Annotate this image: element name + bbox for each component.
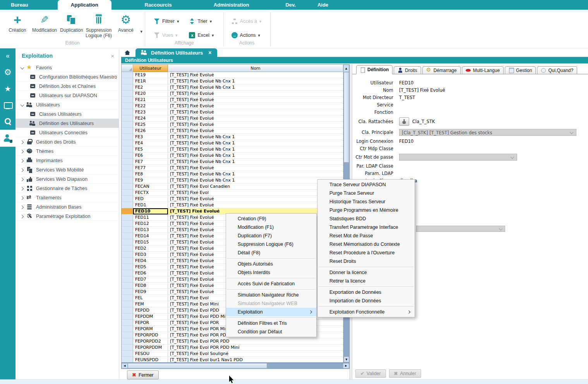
rail-item[interactable] [0,65,15,81]
row-selector[interactable] [122,283,133,289]
submenu-item[interactable]: Exportation de Données [318,288,415,297]
tree-item[interactable]: Favoris [15,63,119,72]
cell-utilisateur[interactable]: FE22 [133,103,168,109]
submenu-item[interactable]: Historique Traces Serveur [318,197,415,206]
cell-utilisateur[interactable]: FE25 [133,122,168,128]
row-selector[interactable] [122,214,133,221]
menubar-item[interactable]: Raccourcis [134,0,183,10]
row-selector[interactable] [122,177,133,183]
cell-nom[interactable]: [T_TEST] Fixé Evolué Nb Cnx 1 [168,153,343,159]
panel-tab[interactable]: Démarrage [422,66,461,74]
context-menu-item[interactable]: Détail (F8) [226,249,316,257]
cell-nom[interactable]: [T_TEST] Fixé Evolué [168,109,343,115]
cell-nom[interactable]: [T_TEST] Fixé Evolué Nb Cnx 1 [168,134,343,140]
cell-nom[interactable]: [T_TEST] Fixé Evolué [168,122,343,128]
context-menu-item[interactable]: Accès Suivi de Fabrication [226,279,316,288]
cell-utilisateur[interactable]: FED6 [133,270,168,276]
home-tab[interactable] [121,48,134,57]
cell-nom[interactable]: [T_TEST] Fixé Evol bur1 Nav1 PDD [168,357,343,362]
cell-utilisateur[interactable]: FED4 [133,258,168,264]
submenu-item[interactable]: Trace Serveur DIAPASON [318,180,415,189]
rail-item[interactable] [0,97,15,113]
submenu-item[interactable]: Importation de Données [318,297,415,305]
cell-utilisateur[interactable]: FE4 [133,140,168,146]
cell-utilisateur[interactable]: FE3 [133,134,168,140]
panel-tab[interactable]: Définition [356,65,393,74]
form-value[interactable]: T_TEST [399,95,415,100]
row-selector[interactable] [122,252,133,258]
submenu-item[interactable]: Transfert Parametrage Interface [318,223,415,231]
toolbar-button[interactable]: Modification [31,13,58,33]
cell-nom[interactable]: [T_TEST] Fixé Evolué [168,97,343,103]
hscroll-right-arrow[interactable]: ▶ [343,363,349,369]
panel-tab[interactable]: Gestion [505,66,536,74]
cell-nom[interactable]: [T_TEST] Fixé Evolué Nb Cnx 1 [168,171,343,177]
cell-utilisateur[interactable]: FEPORPDD [133,332,168,338]
toolbar-button[interactable]: Création [4,13,31,33]
row-selector[interactable] [122,332,133,338]
row-selector[interactable] [122,91,133,97]
context-menu-item[interactable]: Simulation Navigateur WEB [226,299,316,308]
row-selector[interactable] [122,140,133,146]
cell-utilisateur[interactable]: FE8 [133,171,168,177]
cell-utilisateur[interactable]: FE7 [133,159,168,165]
submenu-item[interactable]: Statistiques BDD [318,214,415,223]
cell-utilisateur[interactable]: FE23 [133,109,168,115]
tab-definition-utilisateurs[interactable]: Définition Utilisateurs × [135,48,217,57]
cell-utilisateur[interactable]: FEM [133,301,168,307]
row-selector[interactable] [122,146,133,153]
cell-nom[interactable]: [T_TEST] Fixé Evolué [168,103,343,109]
row-selector[interactable] [122,153,133,159]
tree-item[interactable]: Gestionnaire de Tâches [15,184,119,193]
cell-utilisateur[interactable]: FED7 [133,276,168,283]
tree-item[interactable]: Services Web Diapason [15,175,119,184]
submenu-item[interactable]: Reset Procédure à l'Ouverture [318,249,415,257]
vscroll-up-arrow[interactable]: ▲ [343,65,349,72]
vertical-scrollbar-thumb[interactable] [344,72,349,163]
cell-utilisateur[interactable]: FECTX [133,190,168,196]
row-selector[interactable] [122,183,133,190]
row-selector[interactable] [122,245,133,252]
row-selector[interactable] [122,258,133,264]
row-selector[interactable] [122,134,133,140]
row-selector[interactable] [122,84,133,91]
cell-nom[interactable]: [T_TEST] Fixé Evol POR PDD Mini [168,345,343,351]
toolbar-small-button[interactable]: Trier ▾ [189,18,214,24]
cell-nom[interactable]: [T_TEST] Fixé Evol Souligné [168,351,343,357]
row-selector[interactable] [122,72,133,78]
context-menu-item[interactable]: Suppression Logique (F6) [226,240,316,249]
submenu-item[interactable]: Retirer la licence [318,277,415,285]
submenu-item[interactable]: Reset Droits [318,257,415,266]
row-selector[interactable] [122,159,133,165]
row-selector[interactable] [122,227,133,233]
horizontal-scrollbar-thumb[interactable] [128,363,267,369]
submenu-item[interactable]: Exploitation Fonctionnelle [318,308,415,316]
tree-chevron-icon[interactable] [19,214,25,219]
toolbar-button[interactable]: Duplication [58,13,85,33]
row-selector[interactable] [122,301,133,307]
form-value[interactable]: [Cla_T_STK] [T_TEST] Gestion des stocks [399,129,576,136]
horizontal-scrollbar[interactable]: ◀ ▶ [121,363,350,369]
cell-utilisateur[interactable]: FED14 [133,233,168,239]
row-selector[interactable] [122,270,133,276]
tree-item[interactable]: Utilisateurs sur DIAPASON [15,91,119,100]
panel-tab[interactable]: Droits [394,66,421,74]
tree-item[interactable]: Imprimantes [15,156,119,165]
valider-button[interactable]: ✔ Valider [355,369,386,378]
class-picker-button[interactable] [399,117,409,126]
cell-utilisateur[interactable]: FED13 [133,227,168,233]
row-selector[interactable] [122,165,133,171]
cell-utilisateur[interactable]: FEPDDM [133,314,168,320]
context-menu-item[interactable]: Duplication (F7) [226,231,316,240]
row-selector[interactable] [122,233,133,239]
row-selector[interactable] [122,326,133,332]
row-selector[interactable] [122,276,133,283]
cell-nom[interactable]: [T_TEST] Fixé Evolué [168,165,343,171]
cell-utilisateur[interactable]: FE26 [133,128,168,134]
row-selector[interactable] [122,202,133,208]
cell-utilisateur[interactable]: FED10 [133,208,168,214]
cell-utilisateur[interactable]: FED2 [133,245,168,252]
context-menu-item[interactable]: Création (F9) [226,214,316,223]
row-selector[interactable] [122,338,133,345]
context-menu-item[interactable]: Exploitation [226,308,316,316]
